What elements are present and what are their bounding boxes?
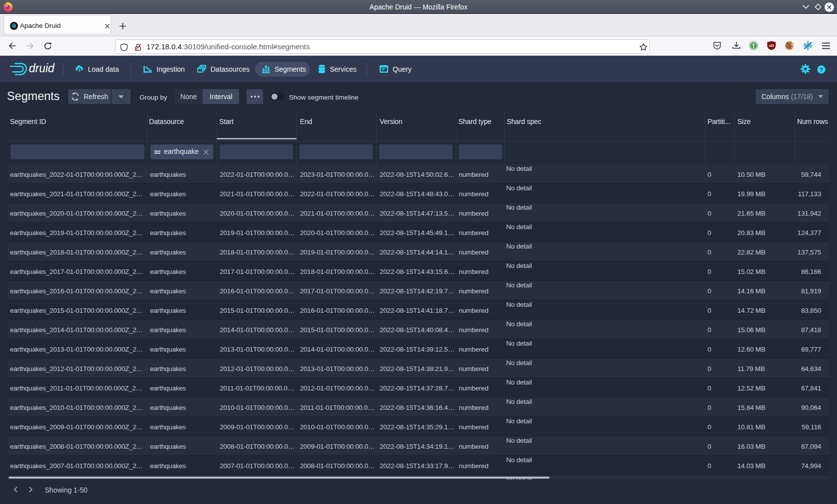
svg-text:uO: uO <box>769 44 774 47</box>
svg-text:?: ? <box>820 67 823 73</box>
